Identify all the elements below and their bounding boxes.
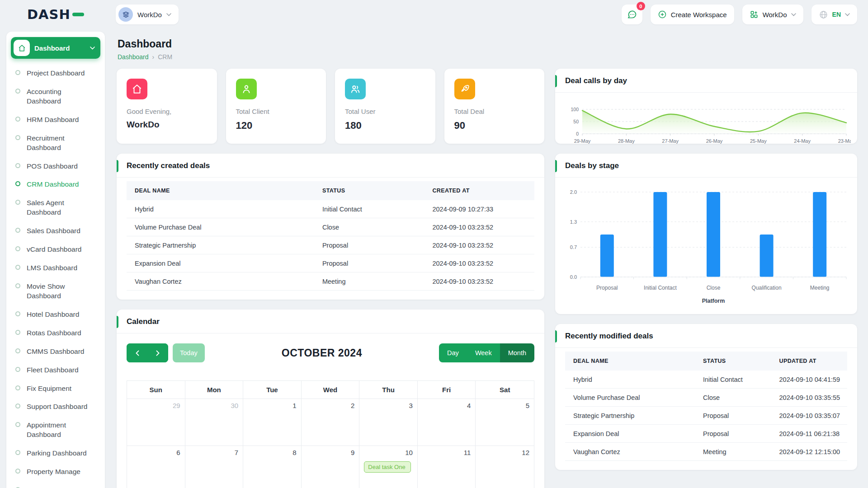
- calendar-cell[interactable]: 8: [243, 446, 302, 488]
- calendar-cell[interactable]: 7: [185, 446, 244, 488]
- sidebar-item[interactable]: Project Dashboard: [15, 69, 98, 78]
- calendar-weekday-header: Thu: [359, 381, 418, 399]
- sidebar-item[interactable]: vCard Dashboard: [15, 245, 98, 254]
- calendar-day-number: 11: [464, 449, 471, 456]
- calendar-body: Today OCTOBER 2024 DayWeekMonth SunMonTu…: [117, 333, 544, 488]
- table-cell: 2024-09-09 10:27:33: [424, 206, 534, 213]
- calendar-weekday-header: Sat: [476, 381, 534, 399]
- prev-button[interactable]: [127, 343, 147, 362]
- svg-text:27-May: 27-May: [662, 138, 679, 144]
- next-button[interactable]: [147, 343, 168, 362]
- sidebar-item[interactable]: CRM Dashboard: [15, 180, 98, 189]
- sidebar-item[interactable]: Sales Agent Dashboard: [15, 198, 98, 217]
- table-cell: 2024-09-10 03:23:52: [424, 224, 534, 231]
- calendar-event[interactable]: Deal task One: [364, 461, 411, 473]
- chevron-down-icon: [90, 47, 95, 50]
- table-cell: Meeting: [695, 448, 771, 455]
- calendar-cell[interactable]: 1: [243, 399, 302, 446]
- sidebar-item[interactable]: Fleet Dashboard: [15, 366, 98, 375]
- today-button[interactable]: Today: [173, 343, 205, 362]
- sidebar-item[interactable]: LMS Dashboard: [15, 263, 98, 273]
- panel-title-row: Recently created deals: [117, 154, 544, 177]
- calendar-cell[interactable]: 30: [185, 399, 244, 446]
- table-cell: Vaughan Cortez: [565, 448, 695, 455]
- sidebar-item[interactable]: Property Manage: [15, 467, 98, 477]
- breadcrumb: Dashboard › CRM: [118, 53, 857, 61]
- table-row: Volume Purchase DealClose2024-09-10 03:3…: [565, 389, 847, 407]
- calendar-weekday-header: Mon: [185, 381, 244, 399]
- sidebar-item[interactable]: Sales Dashboard: [15, 226, 98, 236]
- building-icon: [122, 11, 130, 19]
- svg-text:0: 0: [576, 131, 579, 136]
- calendar-cell[interactable]: 5: [476, 399, 534, 446]
- deals-by-stage-panel: Deals by stage 2.01.30.70.0ProposalIniti…: [555, 154, 857, 314]
- calendar-day-number: 7: [235, 449, 238, 456]
- calendar-month-title: OCTOBER 2024: [205, 347, 439, 359]
- breadcrumb-dashboard-link[interactable]: Dashboard: [118, 53, 149, 61]
- view-month-button[interactable]: Month: [500, 343, 534, 362]
- calendar-cell[interactable]: 2: [302, 399, 360, 446]
- sidebar-item-label: LMS Dashboard: [27, 263, 95, 273]
- sidebar-group-dashboard[interactable]: Dashboard: [11, 37, 100, 59]
- create-workspace-button[interactable]: Create Workspace: [651, 5, 734, 24]
- stat-value: 120: [236, 120, 316, 131]
- svg-text:Qualification: Qualification: [752, 285, 782, 291]
- workspace-menu-button[interactable]: WorkDo: [742, 5, 803, 24]
- calendar-weekday-header: Wed: [302, 381, 360, 399]
- table-cell: Strategic Partnership: [127, 242, 314, 249]
- sidebar-item[interactable]: Movie Show Dashboard: [15, 282, 98, 301]
- calendar-day-number: 3: [409, 402, 413, 409]
- view-day-button[interactable]: Day: [439, 343, 467, 362]
- calendar-cell[interactable]: 12: [476, 446, 534, 488]
- table-cell: Strategic Partnership: [565, 412, 695, 419]
- sidebar-item[interactable]: Accounting Dashboard: [15, 87, 98, 106]
- workspace-chip[interactable]: WorkDo: [116, 5, 179, 24]
- sidebar-item-label: Support Dashboard: [27, 402, 95, 412]
- page-title: Dashboard: [118, 38, 857, 50]
- calendar-cell[interactable]: 29: [127, 399, 185, 446]
- table-row: HybridInitial Contact2024-09-10 04:41:59: [565, 371, 847, 389]
- calendar-day-number: 29: [173, 402, 180, 409]
- title-accent-bar: [117, 316, 118, 328]
- sidebar-item-label: HRM Dashboard: [27, 115, 95, 125]
- workspace-menu-label: WorkDo: [763, 11, 787, 19]
- sidebar-item[interactable]: Rotas Dashboard: [15, 328, 98, 338]
- sidebar-item[interactable]: HRM Dashboard: [15, 115, 98, 125]
- calendar-cell[interactable]: 3: [359, 399, 418, 446]
- sidebar-item[interactable]: Appointment Dashboard: [15, 421, 98, 440]
- sidebar-item[interactable]: Support Dashboard: [15, 402, 98, 412]
- view-week-button[interactable]: Week: [467, 343, 500, 362]
- svg-text:25-May: 25-May: [750, 138, 767, 144]
- sidebar-item[interactable]: Hotel Dashboard: [15, 310, 98, 319]
- calendar-day-number: 6: [176, 449, 180, 456]
- deal-calls-panel: Deal calls by day 10050029-May28-May27-M…: [555, 69, 857, 144]
- stat-card: Total Deal90: [444, 69, 545, 144]
- sidebar-item[interactable]: Parking Dashboard: [15, 449, 98, 458]
- table-header-cell: DEAL NAME: [565, 358, 695, 364]
- panel-title: Deal calls by day: [565, 76, 847, 85]
- sidebar-item[interactable]: Recruitment Dashboard: [15, 134, 98, 153]
- calendar-day-number: 5: [526, 402, 529, 409]
- table-cell: 2024-09-10 03:23:52: [424, 278, 534, 285]
- calendar-cell[interactable]: 4: [418, 399, 476, 446]
- language-button[interactable]: EN: [811, 5, 857, 24]
- table-cell: 2024-09-10 03:23:52: [424, 260, 534, 267]
- calendar-cell[interactable]: 10Deal task One: [359, 446, 418, 488]
- stat-value: 90: [454, 120, 535, 131]
- users-icon: [345, 79, 366, 99]
- calendar-cell[interactable]: 11: [418, 446, 476, 488]
- create-workspace-label: Create Workspace: [671, 11, 727, 19]
- stat-card: Total Client120: [226, 69, 326, 144]
- calendar-cell[interactable]: 6: [127, 446, 185, 488]
- messages-button[interactable]: 0: [622, 5, 642, 24]
- sidebar-item[interactable]: CMMS Dashboard: [15, 347, 98, 357]
- circle-icon: [15, 200, 20, 205]
- sidebar-item[interactable]: Fix Equipment: [15, 384, 98, 394]
- svg-text:24-May: 24-May: [794, 138, 811, 144]
- sidebar-item[interactable]: Beauty Spa Dashboard: [15, 486, 98, 488]
- calendar-cell[interactable]: 9: [302, 446, 360, 488]
- table-cell: Initial Contact: [695, 376, 771, 383]
- panel-title-row: Deals by stage: [555, 154, 857, 177]
- plus-circle-icon: [658, 10, 667, 19]
- sidebar-item[interactable]: POS Dashboard: [15, 162, 98, 171]
